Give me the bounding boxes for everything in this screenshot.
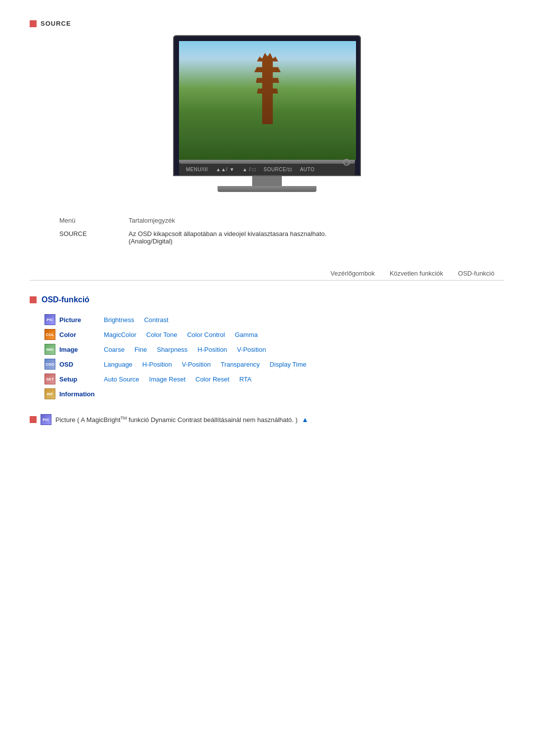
monitor-container: MENU/III ▲▲/ ▼ ▲ / □ SOURCE/⊡ AUTO	[30, 35, 504, 192]
monitor-base-top	[179, 160, 355, 164]
item-sharpness[interactable]: Sharpness	[157, 346, 187, 353]
icon-picture: PIC	[44, 314, 55, 325]
category-setup[interactable]: Setup	[59, 376, 104, 383]
setup-items: Auto Source Image Reset Color Reset RTA	[104, 376, 252, 383]
source-label: SOURCE	[41, 20, 71, 27]
osd-row-image: IMG Image Coarse Fine Sharpness H-Positi…	[44, 344, 504, 355]
osd-row-osd: OSD OSD Language H-Position V-Position T…	[44, 359, 504, 370]
item-v-position-image[interactable]: V-Position	[237, 346, 266, 353]
monitor: MENU/III ▲▲/ ▼ ▲ / □ SOURCE/⊡ AUTO	[173, 35, 361, 192]
controls-auto: AUTO	[300, 167, 315, 172]
osd-section-title: OSD-funkció	[42, 295, 89, 304]
monitor-scene	[179, 41, 356, 160]
source-d-icon	[30, 20, 37, 27]
osd-items: Language H-Position V-Position Transpare…	[104, 361, 307, 368]
monitor-controls-bar: MENU/III ▲▲/ ▼ ▲ / □ SOURCE/⊡ AUTO	[179, 164, 355, 175]
icon-osd: OSD	[44, 359, 55, 370]
controls-source: SOURCE/⊡	[264, 167, 292, 172]
monitor-neck	[252, 176, 282, 186]
monitor-foot	[218, 186, 316, 192]
icon-image: IMG	[44, 344, 55, 355]
nav-tabs: Vezérlőgombok Közvetlen funkciók OSD-fun…	[30, 270, 504, 281]
icon-setup: SET	[44, 374, 55, 384]
menu-col: Menü SOURCE	[59, 217, 99, 245]
osd-row-information: INF Information	[44, 388, 504, 399]
footer-note: PIC Picture ( A MagicBrightTM funkció Dy…	[30, 414, 504, 425]
menu-table-section: Menü SOURCE Tartalomjegyzék Az OSD kikap…	[30, 207, 504, 255]
item-fine[interactable]: Fine	[134, 346, 147, 353]
item-rta[interactable]: RTA	[239, 376, 252, 383]
tab-vezerlok[interactable]: Vezérlőgombok	[330, 270, 375, 277]
category-osd[interactable]: OSD	[59, 361, 104, 368]
osd-row-setup: SET Setup Auto Source Image Reset Color …	[44, 374, 504, 384]
menu-table: Menü SOURCE Tartalomjegyzék Az OSD kikap…	[30, 207, 504, 255]
item-color-reset[interactable]: Color Reset	[195, 376, 229, 383]
category-picture[interactable]: Picture	[59, 316, 104, 324]
source-key: SOURCE	[59, 230, 99, 237]
source-description: Az OSD kikapcsolt állapotában a videojel…	[129, 230, 326, 245]
tab-kozvetlen[interactable]: Közvetlen funkciók	[390, 270, 443, 277]
item-magiccolor[interactable]: MagicColor	[104, 331, 136, 338]
picture-items: Brightness Contrast	[104, 316, 169, 324]
item-gamma[interactable]: Gamma	[235, 331, 258, 338]
item-color-tone[interactable]: Color Tone	[146, 331, 178, 338]
osd-row-color: COL Color MagicColor Color Tone Color Co…	[44, 329, 504, 340]
icon-information: INF	[44, 388, 55, 399]
osd-table: PIC Picture Brightness Contrast COL Colo…	[44, 314, 504, 399]
monitor-screen-wrapper: MENU/III ▲▲/ ▼ ▲ / □ SOURCE/⊡ AUTO	[173, 35, 361, 176]
controls-adjust: ▲ / □	[242, 167, 256, 172]
controls-menu: MENU/III	[186, 167, 208, 172]
osd-section-title-row: OSD-funkció	[30, 295, 504, 304]
footer-d-icon	[30, 416, 37, 423]
item-color-control[interactable]: Color Control	[187, 331, 225, 338]
toc-col: Tartalomjegyzék Az OSD kikapcsolt állapo…	[129, 217, 326, 245]
osd-row-picture: PIC Picture Brightness Contrast	[44, 314, 504, 325]
image-items: Coarse Fine Sharpness H-Position V-Posit…	[104, 346, 266, 353]
icon-color: COL	[44, 329, 55, 340]
item-h-position-image[interactable]: H-Position	[197, 346, 227, 353]
item-auto-source[interactable]: Auto Source	[104, 376, 139, 383]
toc-header: Tartalomjegyzék	[129, 217, 326, 224]
osd-section-d-icon	[30, 296, 37, 303]
item-transparency[interactable]: Transparency	[221, 361, 260, 368]
tab-osd-funkcio[interactable]: OSD-funkció	[458, 270, 494, 277]
item-display-time[interactable]: Display Time	[269, 361, 306, 368]
footer-picture-icon: PIC	[41, 414, 51, 425]
footer-text: Picture ( A MagicBrightTM funkció Dynami…	[55, 416, 298, 424]
controls-brightness: ▲▲/ ▼	[216, 167, 235, 172]
category-information[interactable]: Information	[59, 390, 104, 398]
monitor-power-button[interactable]	[343, 159, 350, 166]
category-color[interactable]: Color	[59, 331, 104, 338]
item-brightness[interactable]: Brightness	[104, 316, 134, 324]
menu-header: Menü	[59, 217, 99, 224]
item-coarse[interactable]: Coarse	[104, 346, 125, 353]
arrow-up-icon: ▲	[302, 416, 309, 424]
item-v-position-osd[interactable]: V-Position	[182, 361, 211, 368]
item-h-position-osd[interactable]: H-Position	[142, 361, 172, 368]
item-contrast[interactable]: Contrast	[144, 316, 168, 324]
item-language[interactable]: Language	[104, 361, 133, 368]
monitor-screen	[179, 41, 356, 160]
category-image[interactable]: Image	[59, 346, 104, 353]
source-header: SOURCE	[30, 20, 504, 27]
color-items: MagicColor Color Tone Color Control Gamm…	[104, 331, 258, 338]
item-image-reset[interactable]: Image Reset	[149, 376, 186, 383]
